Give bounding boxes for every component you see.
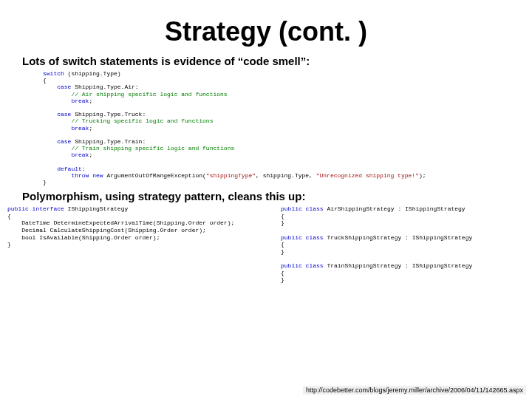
source-url: http://codebetter.com/blogs/jeremy.mille… — [303, 386, 526, 395]
subhead-polymorphism: Polymorphism, using strategy pattern, cl… — [22, 190, 532, 202]
interface-code-block: public interface IShippingStrategy { Dat… — [7, 205, 281, 248]
subhead-code-smell: Lots of switch statements is evidence of… — [22, 55, 532, 67]
switch-code-block: switch (shipping.Type) { case Shipping.T… — [43, 70, 532, 185]
classes-code-block: public class AirShippingStrategy : IShip… — [281, 205, 532, 284]
slide-title: Strategy (cont. ) — [0, 16, 532, 47]
